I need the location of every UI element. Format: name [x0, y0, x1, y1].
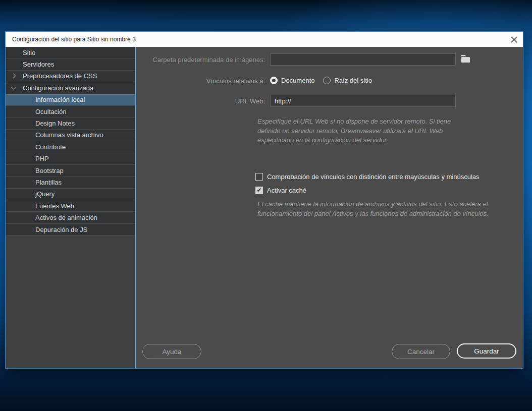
sidebar-items: SitioServidoresPreprocesadores de CSSCon… — [6, 47, 135, 236]
save-button[interactable]: Guardar — [457, 343, 516, 359]
sidebar-item[interactable]: Depuración de JS — [6, 224, 135, 236]
cancel-button[interactable]: Cancelar — [392, 344, 450, 359]
sidebar-item[interactable]: Columnas vista archivo — [6, 130, 135, 141]
desktop-wallpaper: Configuración del sitio para Sitio sin n… — [0, 0, 532, 411]
web-url-label: URL Web: — [136, 97, 265, 105]
web-url-help-text: Especifique el URL Web si no dispone de … — [257, 117, 462, 145]
default-images-input[interactable] — [270, 53, 456, 66]
sidebar-item-label: Sitio — [6, 49, 35, 56]
check-mark-icon: ✔ — [256, 187, 261, 194]
sidebar-item-label: Información local — [6, 96, 85, 103]
sidebar-item[interactable]: Servidores — [6, 58, 135, 70]
case-sensitive-links-label: Comprobación de vínculos con distinción … — [267, 173, 480, 181]
enable-cache-label: Activar caché — [267, 187, 306, 194]
browse-folder-button[interactable] — [461, 54, 472, 64]
radio-raiz-del-sitio[interactable]: Raíz del sitio — [323, 77, 371, 84]
cache-help-text: El caché mantiene la información de arch… — [257, 200, 516, 218]
sidebar-item-label: Activos de animación — [6, 214, 97, 221]
site-setup-dialog: Configuración del sitio para Sitio sin n… — [5, 31, 523, 369]
default-images-label: Carpeta predeterminada de imágenes: — [136, 55, 265, 64]
sidebar-item-label: Design Notes — [6, 120, 75, 127]
sidebar-item-label: Fuentes Web — [6, 202, 74, 210]
sidebar-item-label: Contribute — [6, 143, 66, 151]
sidebar-item-label: Bootstrap — [6, 167, 64, 174]
sidebar-item[interactable]: Configuración avanzada — [6, 82, 135, 94]
sidebar-item-label: PHP — [6, 155, 49, 162]
sidebar-item[interactable]: Fuentes Web — [6, 200, 135, 212]
category-sidebar: SitioServidoresPreprocesadores de CSSCon… — [6, 47, 135, 368]
dialog-body: SitioServidoresPreprocesadores de CSSCon… — [6, 47, 523, 368]
sidebar-item[interactable]: Activos de animación — [6, 212, 135, 223]
sidebar-item-label: Servidores — [6, 61, 54, 68]
radio-documento-label: Documento — [281, 77, 314, 84]
sidebar-item-label: Configuración avanzada — [6, 84, 93, 92]
sidebar-item[interactable]: Bootstrap — [6, 165, 135, 177]
radio-documento[interactable]: Documento — [270, 77, 314, 84]
links-relative-radio-group: Documento Raíz del sitio — [270, 75, 372, 85]
sidebar-item-label: Plantillas — [6, 179, 62, 186]
case-sensitive-links-checkbox[interactable]: Comprobación de vínculos con distinción … — [255, 173, 480, 181]
dialog-title: Configuración del sitio para Sitio sin n… — [12, 36, 136, 43]
sidebar-item[interactable]: jQuery — [6, 189, 135, 200]
sidebar-item[interactable]: Plantillas — [6, 177, 135, 188]
sidebar-item[interactable]: Contribute — [6, 141, 135, 153]
sidebar-item-label: Ocultación — [6, 108, 66, 115]
sidebar-item-label: Depuración de JS — [6, 226, 87, 233]
folder-icon — [461, 54, 471, 63]
sidebar-item[interactable]: Preprocesadores de CSS — [6, 71, 135, 82]
radio-selected-icon — [270, 77, 278, 84]
local-info-panel: Carpeta predeterminada de imágenes: Vínc… — [136, 47, 523, 368]
links-relative-label: Vínculos relativos a: — [136, 77, 265, 85]
sidebar-item-label: jQuery — [6, 190, 55, 198]
sidebar-item[interactable]: Información local — [6, 94, 135, 106]
checkbox-unchecked-icon — [255, 173, 263, 181]
sidebar-item[interactable]: Design Notes — [6, 118, 135, 129]
sidebar-item-label: Columnas vista archivo — [6, 131, 103, 139]
sidebar-item[interactable]: Ocultación — [6, 106, 135, 118]
web-url-input[interactable] — [270, 95, 456, 107]
help-button[interactable]: Ayuda — [142, 344, 201, 359]
sidebar-item[interactable]: PHP — [6, 153, 135, 165]
close-icon — [511, 36, 517, 43]
sidebar-item-label: Preprocesadores de CSS — [6, 72, 97, 80]
radio-raiz-label: Raíz del sitio — [334, 77, 371, 84]
radio-unselected-icon — [323, 77, 331, 84]
enable-cache-checkbox[interactable]: ✔ Activar caché — [255, 187, 306, 194]
close-button[interactable] — [508, 33, 520, 45]
sidebar-item[interactable]: Sitio — [6, 47, 135, 58]
dialog-titlebar[interactable]: Configuración del sitio para Sitio sin n… — [6, 32, 523, 47]
checkbox-checked-icon: ✔ — [255, 187, 263, 194]
